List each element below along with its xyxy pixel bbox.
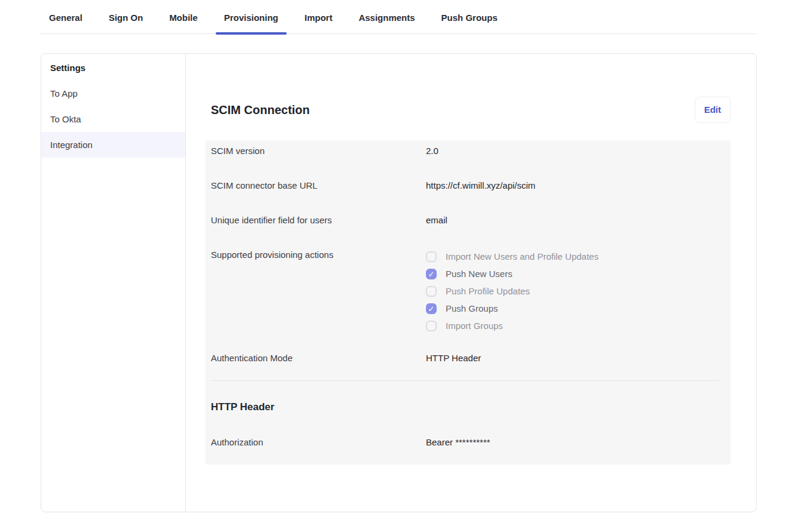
- settings-sidebar: Settings To App To Okta Integration: [41, 54, 186, 512]
- field-value: Bearer **********: [426, 435, 490, 450]
- field-label: Authorization: [211, 435, 426, 450]
- field-authentication-mode: Authentication Mode HTTP Header: [211, 348, 719, 373]
- field-label: SCIM version: [211, 144, 426, 158]
- option-import-new-users: Import New Users and Profile Updates: [426, 248, 599, 265]
- field-value: 2.0: [426, 144, 438, 158]
- tab-general[interactable]: General: [41, 12, 91, 33]
- checkbox-import-groups[interactable]: [426, 321, 437, 331]
- field-label: Authentication Mode: [211, 351, 426, 365]
- section-header: SCIM Connection Edit: [211, 97, 731, 123]
- field-value: https://cf.wimill.xyz/api/scim: [426, 179, 535, 193]
- tab-sign-on[interactable]: Sign On: [100, 12, 152, 33]
- checkbox-label: Import New Users and Profile Updates: [446, 251, 599, 262]
- page-title: SCIM Connection: [211, 103, 310, 117]
- checkbox-label: Push New Users: [446, 269, 513, 279]
- field-label: Unique identifier field for users: [211, 213, 426, 227]
- field-label: SCIM connector base URL: [211, 179, 426, 193]
- checkbox-label: Push Groups: [446, 303, 498, 313]
- app-tab-bar: General Sign On Mobile Provisioning Impo…: [41, 0, 757, 34]
- field-value: email: [426, 213, 447, 227]
- tab-push-groups[interactable]: Push Groups: [433, 12, 506, 33]
- scim-summary-panel: SCIM version 2.0 SCIM connector base URL…: [205, 140, 731, 465]
- option-push-new-users: Push New Users: [426, 265, 599, 282]
- integration-content: SCIM Connection Edit SCIM version 2.0 SC…: [186, 54, 756, 512]
- field-value: HTTP Header: [426, 351, 481, 365]
- http-header-title: HTTP Header: [211, 401, 719, 414]
- sidebar-item-to-app[interactable]: To App: [41, 81, 185, 106]
- field-provisioning-actions: Supported provisioning actions Import Ne…: [211, 244, 719, 348]
- checkbox-label: Push Profile Updates: [446, 286, 530, 296]
- tab-provisioning[interactable]: Provisioning: [216, 12, 287, 33]
- field-authorization: Authorization Bearer **********: [211, 414, 719, 450]
- sidebar-item-integration[interactable]: Integration: [41, 132, 185, 158]
- field-label: Supported provisioning actions: [211, 248, 426, 348]
- provisioning-actions-list: Import New Users and Profile Updates Pus…: [426, 248, 599, 348]
- checkbox-push-profile-updates[interactable]: [426, 286, 437, 297]
- tab-import[interactable]: Import: [296, 12, 341, 33]
- checkbox-import-new-users[interactable]: [426, 251, 437, 262]
- field-base-url: SCIM connector base URL https://cf.wimil…: [211, 175, 719, 210]
- option-push-groups: Push Groups: [426, 300, 599, 317]
- checkbox-push-groups[interactable]: [426, 303, 437, 314]
- checkbox-push-new-users[interactable]: [426, 269, 437, 279]
- field-unique-identifier: Unique identifier field for users email: [211, 210, 719, 244]
- section-divider: [211, 380, 719, 381]
- field-scim-version: SCIM version 2.0: [211, 140, 719, 175]
- edit-button[interactable]: Edit: [695, 97, 731, 123]
- sidebar-item-to-okta[interactable]: To Okta: [41, 106, 185, 132]
- tab-assignments[interactable]: Assignments: [350, 12, 423, 33]
- option-import-groups: Import Groups: [426, 317, 599, 334]
- checkbox-label: Import Groups: [446, 321, 503, 331]
- sidebar-header: Settings: [41, 55, 185, 81]
- tab-mobile[interactable]: Mobile: [161, 12, 206, 33]
- provisioning-card: Settings To App To Okta Integration SCIM…: [41, 53, 757, 512]
- option-push-profile-updates: Push Profile Updates: [426, 282, 599, 300]
